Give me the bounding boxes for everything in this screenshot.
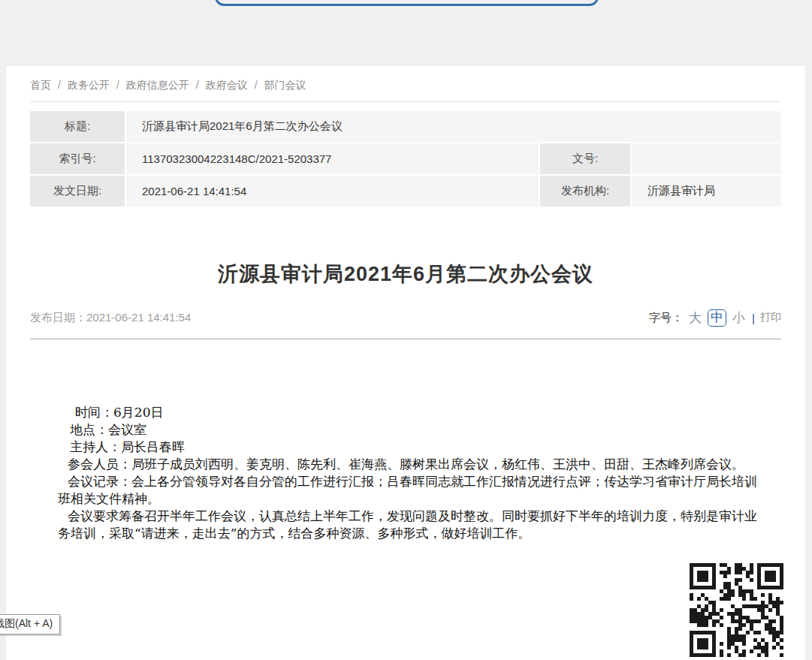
page-title: 沂源县审计局2021年6月第二次办公会议 <box>30 261 781 288</box>
meta-agency-value: 沂源县审计局 <box>632 176 781 206</box>
meta-title-label: 标题: <box>30 111 125 142</box>
fontsize-print-divider: | <box>752 312 755 324</box>
article-paragraph: 会议要求筹备召开半年工作会议，认真总结上半年工作，发现问题及时整改。同时要抓好下… <box>58 508 757 542</box>
meta-date-value: 2021-06-21 14:41:54 <box>126 176 539 206</box>
qr-code <box>690 563 783 657</box>
breadcrumb-separator: / <box>255 79 258 91</box>
fontsize-large-button[interactable]: 大 <box>689 309 702 327</box>
breadcrumb-info[interactable]: 政府信息公开 <box>126 79 189 91</box>
document-meta-table: 标题: 沂源县审计局2021年6月第二次办公会议 索引号: 1137032300… <box>30 111 781 206</box>
breadcrumb-zhengwu[interactable]: 政务公开 <box>68 79 110 91</box>
article-paragraph: 时间：6月20日 <box>58 404 757 421</box>
meta-docnum-label: 文号: <box>540 143 630 174</box>
print-button[interactable]: 打印 <box>760 311 781 324</box>
fontsize-label: 字号： <box>649 311 683 325</box>
article-paragraph: 地点：会议室 <box>58 421 757 438</box>
article-paragraph: 会议记录：会上各分管领导对各自分管的工作进行汇报；吕春晖同志就工作汇报情况进行点… <box>58 473 757 508</box>
article-paragraph: 主持人：局长吕春晖 <box>58 438 757 456</box>
publish-date: 发布日期：2021-06-21 14:41:54 <box>30 311 191 325</box>
breadcrumb-gov-meeting[interactable]: 政府会议 <box>206 79 248 91</box>
breadcrumb-divider <box>30 101 781 102</box>
meta-docnum-value <box>632 143 781 174</box>
meta-agency-label: 发布机构: <box>540 176 630 206</box>
breadcrumb-separator: / <box>116 79 119 91</box>
fontsize-widget: 字号： 大 中 小 | 打印 <box>649 309 781 327</box>
article-head-divider <box>30 339 781 339</box>
fontsize-medium-button[interactable]: 中 <box>708 309 726 327</box>
breadcrumb-separator: / <box>58 79 61 91</box>
article-paragraph: 参会人员：局班子成员刘西明、姜克明、陈先利、崔海燕、滕树果出席会议，杨红伟、王洪… <box>58 456 757 473</box>
search-box-remnant[interactable] <box>215 0 599 6</box>
breadcrumb-separator: / <box>196 79 199 91</box>
article-body: 时间：6月20日 地点：会议室 主持人：局长吕春晖 参会人员：局班子成员刘西明、… <box>58 404 757 542</box>
main-panel: 首页/政务公开/政府信息公开/政府会议/部门会议 标题: 沂源县审计局2021年… <box>6 66 805 660</box>
screenshot-tooltip: 截图(Alt + A) <box>0 614 60 634</box>
meta-index-label: 索引号: <box>30 143 125 174</box>
fontsize-small-button[interactable]: 小 <box>732 309 745 327</box>
breadcrumb: 首页/政务公开/政府信息公开/政府会议/部门会议 <box>30 66 781 92</box>
meta-date-label: 发文日期: <box>30 176 125 206</box>
meta-title-value: 沂源县审计局2021年6月第二次办公会议 <box>126 111 781 142</box>
breadcrumb-dept-meeting[interactable]: 部门会议 <box>264 79 306 91</box>
breadcrumb-home[interactable]: 首页 <box>30 79 51 91</box>
meta-index-value: 11370323004223148C/2021-5203377 <box>126 143 539 174</box>
